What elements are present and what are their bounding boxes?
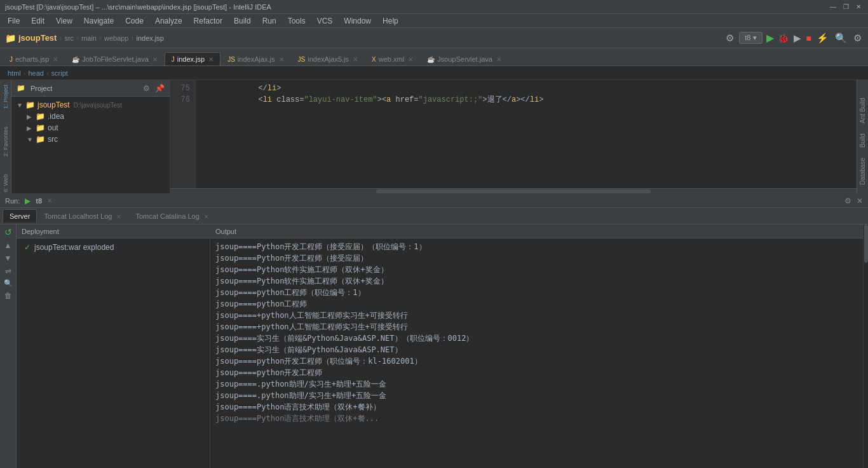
output-header: Output <box>210 224 863 238</box>
menu-view[interactable]: View <box>51 15 78 27</box>
project-name: 📁 jsoupTest <box>5 33 57 43</box>
line-numbers: 75 76 <box>170 80 196 188</box>
debug-button[interactable]: 🐞 <box>778 33 789 43</box>
menu-edit[interactable]: Edit <box>26 15 50 27</box>
tab-server[interactable]: Server <box>3 209 37 223</box>
database-label[interactable]: Database <box>858 153 867 190</box>
tab-index-jsp[interactable]: J index.jsp ✕ <box>165 52 220 65</box>
project-icon: 📁 <box>17 84 25 92</box>
menu-file[interactable]: File <box>3 15 25 27</box>
out-folder-icon: 📁 <box>36 123 45 132</box>
ant-build-label[interactable]: Ant Build <box>858 93 867 128</box>
tree-item-src[interactable]: ▼ 📁 src <box>11 134 170 145</box>
scroll-down-button[interactable]: ▼ <box>4 254 12 263</box>
settings-button[interactable]: ⚙ <box>852 31 863 45</box>
project-toolbar-pin[interactable]: 📌 <box>155 84 165 93</box>
maven-projects-label[interactable]: Maven Projects <box>858 190 867 193</box>
menu-tools[interactable]: Tools <box>283 15 311 27</box>
right-tool-panel: Ant Build Build Database Maven Projects <box>857 80 868 193</box>
menu-build[interactable]: Build <box>229 15 256 27</box>
run-label: Run: <box>5 197 20 205</box>
idea-folder-icon: 📁 <box>36 112 45 121</box>
output-line: jsoup====Python开发工程师（接受应届）（职位编号：1） <box>215 241 858 252</box>
menu-bar: File Edit View Navigate Code Analyze Ref… <box>0 14 868 28</box>
editor-area: 1: Project 2: Favorites 6: Web 📁 Project… <box>0 80 868 193</box>
jsp-icon: J <box>172 56 175 63</box>
tab-web-xml[interactable]: X web.xml ✕ <box>365 52 420 65</box>
close-icon[interactable]: ✕ <box>208 56 214 63</box>
title-text: jsoupTest [D:\java\jsoupTest] – ...\src\… <box>5 3 271 11</box>
close-icon[interactable]: ✕ <box>279 56 284 63</box>
menu-run[interactable]: Run <box>257 15 281 27</box>
menu-refactor[interactable]: Refactor <box>189 15 227 27</box>
window-controls: — ❐ ✕ <box>829 3 863 11</box>
project-panel-toggle[interactable]: 1: Project <box>3 83 9 111</box>
tab-echarts-jsp[interactable]: J echarts.jsp ✕ <box>3 52 65 65</box>
run-config-name: t8 <box>36 197 42 205</box>
editor-content[interactable]: 75 76 </li> <li class="layui-nav-item"><… <box>170 80 857 188</box>
close-icon[interactable]: ✕ <box>496 56 501 63</box>
output-scrollbar[interactable] <box>863 224 868 468</box>
minimize-button[interactable]: — <box>829 3 837 11</box>
run-button[interactable]: ▶ <box>766 32 774 44</box>
breadcrumb-script[interactable]: script <box>51 69 68 77</box>
run-panel-close[interactable]: ✕ <box>857 196 863 205</box>
breadcrumb-bar: html › head › script <box>0 66 868 80</box>
favorites-panel-toggle[interactable]: 2: Favorites <box>3 125 9 158</box>
run-settings-icon[interactable]: ⚙ <box>844 196 851 205</box>
tab-indexajax-js[interactable]: JS indexAjax.js ✕ <box>220 52 290 65</box>
search-everywhere-button[interactable]: 🔍 <box>834 31 848 45</box>
clear-button[interactable]: 🗑 <box>4 291 12 300</box>
menu-navigate[interactable]: Navigate <box>79 15 119 27</box>
deploy-item[interactable]: ✓ jsoupTest:war exploded <box>17 241 210 254</box>
filter-button[interactable]: 🔍 <box>4 279 13 287</box>
run-config-selector[interactable]: t8 ▾ <box>739 32 762 44</box>
sync-button[interactable]: ⚡ <box>815 31 830 45</box>
run-tab-close[interactable]: ✕ <box>47 197 52 204</box>
tree-item-out[interactable]: ▶ 📁 out <box>11 122 170 134</box>
wrap-button[interactable]: ⇌ <box>5 266 11 275</box>
tab-jobtofileservlet-java[interactable]: ☕ JobToFileServlet.java ✕ <box>65 52 165 65</box>
output-panel: Output jsoup====Python开发工程师（接受应届）（职位编号：1… <box>210 224 863 468</box>
tab-tomcat-localhost-log[interactable]: Tomcat Localhost Log ✕ <box>37 209 128 223</box>
scroll-up-button[interactable]: ▲ <box>4 241 12 250</box>
close-icon[interactable]: ✕ <box>353 56 358 63</box>
menu-help[interactable]: Help <box>377 15 403 27</box>
close-icon[interactable]: ✕ <box>53 56 58 63</box>
stop-button[interactable]: ■ <box>806 33 811 43</box>
tree-item-root[interactable]: ▼ 📁 jsoupTest D:\java\jsoupTest <box>11 99 170 111</box>
project-panel: 📁 Project ⚙ 📌 ▼ 📁 jsoupTest D:\java\jsou… <box>11 80 170 193</box>
restart-button[interactable]: ↺ <box>4 227 12 237</box>
menu-analyze[interactable]: Analyze <box>150 15 187 27</box>
deploy-ok-icon: ✓ <box>24 243 31 252</box>
output-line: jsoup====Python语言技术助理（双休+餐补） <box>215 401 858 413</box>
menu-code[interactable]: Code <box>120 15 149 27</box>
close-icon[interactable]: ✕ <box>116 214 121 220</box>
web-panel-toggle[interactable]: 6: Web <box>3 172 9 193</box>
close-button[interactable]: ✕ <box>854 3 863 11</box>
tab-indexajax5-js[interactable]: JS indexAjax5.js ✕ <box>291 52 365 65</box>
breadcrumb-head[interactable]: head <box>28 69 43 77</box>
deployment-header: Deployment <box>17 224 210 238</box>
output-line: jsoup====python开发工程师（职位编号：kl-1602001） <box>215 355 858 367</box>
close-icon[interactable]: ✕ <box>153 56 158 63</box>
close-icon[interactable]: ✕ <box>204 214 209 220</box>
tree-item-idea[interactable]: ▶ 📁 .idea <box>11 111 170 122</box>
maximize-button[interactable]: ❐ <box>841 3 850 11</box>
code-area[interactable]: </li> <li class="layui-nav-item"><a href… <box>196 80 857 188</box>
tab-tomcat-catalina-log[interactable]: Tomcat Catalina Log ✕ <box>128 209 215 223</box>
file-tabs: J echarts.jsp ✕ ☕ JobToFileServlet.java … <box>0 48 868 66</box>
tab-jsoupservlet-java[interactable]: ☕ JsoupServlet.java ✕ <box>420 52 508 65</box>
output-content[interactable]: jsoup====Python开发工程师（接受应届）（职位编号：1） jsoup… <box>210 238 863 468</box>
output-line: jsoup====Python软件实施工程师（双休+奖金） <box>215 275 858 287</box>
breadcrumb-html[interactable]: html <box>8 69 21 77</box>
build-label[interactable]: Build <box>858 128 867 153</box>
project-toolbar-gear[interactable]: ⚙ <box>143 84 150 93</box>
horizontal-scrollbar[interactable] <box>170 188 857 193</box>
output-line: jsoup====.python助理/实习生+助理+五险一金 <box>215 390 858 401</box>
menu-vcs[interactable]: VCS <box>312 15 338 27</box>
menu-window[interactable]: Window <box>339 15 376 27</box>
run-with-coverage-button[interactable]: ▶ <box>792 31 803 45</box>
java-icon: ☕ <box>72 56 79 63</box>
close-icon[interactable]: ✕ <box>408 56 413 63</box>
